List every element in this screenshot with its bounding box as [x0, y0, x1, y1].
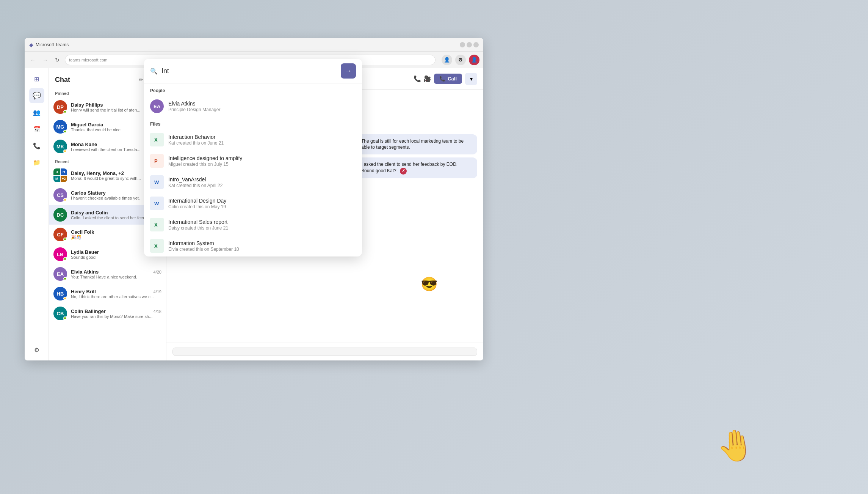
input-area	[166, 343, 483, 360]
result-name: Elvia Atkins	[168, 101, 356, 107]
avatar-daisy: DP	[53, 100, 67, 114]
maximize-button[interactable]: □	[467, 42, 472, 47]
chat-item-name: Mona Kane	[71, 142, 97, 147]
status-miguel	[63, 130, 67, 133]
search-submit-button[interactable]: →	[341, 63, 356, 79]
chat-item-content: Elvia Atkins 4/20 You: Thanks! Have a ni…	[71, 269, 161, 279]
excel-icon-2: X	[150, 218, 164, 231]
chat-item-name: Lydia Bauer	[71, 249, 99, 255]
sidebar-item-settings[interactable]: ⚙	[29, 342, 44, 357]
result-meta: Elvia created this on September 10	[168, 247, 356, 252]
avatar-cecil: CF	[53, 228, 67, 241]
call-icon-button[interactable]: 📞	[414, 75, 421, 82]
apps-icon: ⊞	[34, 76, 39, 83]
sidebar-item-apps[interactable]: ⊞	[29, 71, 44, 87]
refresh-button[interactable]: ↻	[53, 55, 62, 65]
forward-button[interactable]: →	[41, 55, 50, 65]
search-overlay: 🔍 → People EA Elvia Atkins Principle Des…	[144, 59, 362, 256]
settings-icon: ⚙	[34, 346, 39, 354]
hand-background: 🤚	[715, 426, 756, 465]
sidebar-item-files[interactable]: 📁	[29, 155, 44, 170]
word-icon: W	[150, 175, 164, 189]
result-content: Intelligence designed to amplify Miguel …	[168, 155, 356, 167]
avatar-lydia: LB	[53, 247, 67, 261]
result-meta: Colin created this on May 19	[168, 204, 356, 209]
result-content: Elvia Atkins Principle Design Manager	[168, 101, 356, 112]
svg-text:W: W	[154, 201, 159, 206]
chat-panel-title: Chat	[55, 76, 70, 84]
avatar-elvia: EA	[53, 267, 67, 281]
arrow-right-icon: →	[345, 67, 352, 75]
result-meta: Kat created this on April 22	[168, 183, 356, 188]
status-colin	[63, 316, 67, 320]
people-section-label: People	[144, 83, 362, 96]
avatar-colin: CB	[53, 307, 67, 320]
search-icon: 🔍	[150, 68, 158, 75]
settings-icon[interactable]: ⚙	[455, 55, 466, 65]
chat-item-colin[interactable]: CB Colin Ballinger 4/18 Have you ran thi…	[49, 304, 166, 323]
files-section-label: Files	[144, 117, 362, 129]
result-meta: Daisy created this on June 21	[168, 225, 356, 231]
avatar-carlos: CS	[53, 188, 67, 202]
user-avatar[interactable]: 👤	[469, 55, 479, 65]
emoji-reaction: 😎	[421, 276, 438, 292]
minimize-button[interactable]: —	[460, 42, 465, 47]
title-bar-controls: — □ ×	[460, 42, 479, 47]
result-content: Intro_VanArsdel Kat created this on Apri…	[168, 176, 356, 188]
avatar-group: D H M +2	[53, 168, 67, 182]
message-text: The goal is still for each local marketi…	[361, 138, 464, 150]
chat-item-name: Cecil Folk	[71, 229, 94, 235]
chat-item-content: Colin Ballinger 4/18 Have you ran this b…	[71, 308, 161, 319]
search-input[interactable]	[161, 67, 337, 75]
chat-item-name: Henry Brill	[71, 289, 96, 294]
sidebar-item-calendar[interactable]: 📅	[29, 121, 44, 137]
chat-item-elvia[interactable]: EA Elvia Atkins 4/20 You: Thanks! Have a…	[49, 264, 166, 284]
call-button[interactable]: 📞 Call	[434, 74, 462, 84]
excel-icon: X	[150, 133, 164, 146]
avatar-elvia-result: EA	[150, 99, 164, 113]
chat-item-henry[interactable]: HB Henry Brill 4/19 No, I think there ar…	[49, 284, 166, 304]
chat-item-content: Henry Brill 4/19 No, I think there are o…	[71, 289, 161, 299]
result-content: Information System Elvia created this on…	[168, 240, 356, 252]
result-name: International Sales report	[168, 219, 356, 225]
status-henry	[63, 297, 67, 300]
svg-text:P: P	[154, 158, 158, 164]
chat-item-preview: Have you ran this by Mona? Make sure sh.…	[71, 314, 161, 319]
sidebar-item-teams[interactable]: 👥	[29, 105, 44, 120]
video-icon-button[interactable]: 🎥	[423, 75, 431, 82]
sidebar-item-chat[interactable]: 💬	[29, 88, 44, 103]
call-phone-icon: 📞	[439, 76, 445, 82]
search-result-interaction-behavior[interactable]: X Interaction Behavior Kat created this …	[144, 129, 362, 150]
message-input[interactable]	[172, 348, 477, 356]
search-result-intelligence[interactable]: P Intelligence designed to amplify Migue…	[144, 150, 362, 171]
close-button[interactable]: ×	[473, 42, 479, 47]
reaction-badge: ✗	[400, 168, 407, 175]
call-button-label: Call	[448, 76, 457, 82]
chat-item-name: Carlos Slattery	[71, 190, 106, 196]
result-name: Intelligence designed to amplify	[168, 155, 356, 161]
search-result-elvia[interactable]: EA Elvia Atkins Principle Design Manager	[144, 96, 362, 117]
chat-item-row: Elvia Atkins 4/20	[71, 269, 161, 275]
result-name: Intro_VanArsdel	[168, 176, 356, 182]
profile-icon[interactable]: 👤	[442, 55, 452, 65]
chat-item-name: Elvia Atkins	[71, 269, 99, 275]
search-result-international-design-day[interactable]: W International Design Day Colin created…	[144, 193, 362, 214]
result-meta: Kat created this on June 21	[168, 140, 356, 146]
svg-text:X: X	[154, 222, 158, 228]
search-result-international-sales[interactable]: X International Sales report Daisy creat…	[144, 214, 362, 235]
back-button[interactable]: ←	[28, 55, 38, 65]
avatar-miguel: MG	[53, 120, 67, 134]
excel-icon-3: X	[150, 239, 164, 253]
result-content: Interaction Behavior Kat created this on…	[168, 134, 356, 146]
teams-icon: 👥	[33, 109, 41, 116]
sidebar-item-calls[interactable]: 📞	[29, 138, 44, 153]
status-elvia	[63, 277, 67, 280]
search-result-intro-vanarsdel[interactable]: W Intro_VanArsdel Kat created this on Ap…	[144, 171, 362, 193]
search-result-information-system[interactable]: X Information System Elvia created this …	[144, 235, 362, 256]
result-content: International Sales report Daisy created…	[168, 219, 356, 231]
chat-item-time: 4/18	[154, 309, 161, 314]
call-dropdown-button[interactable]: ▾	[465, 73, 477, 85]
status-mona	[63, 149, 67, 153]
chat-item-name: Daisy and Colin	[71, 210, 108, 216]
svg-text:X: X	[154, 137, 158, 143]
